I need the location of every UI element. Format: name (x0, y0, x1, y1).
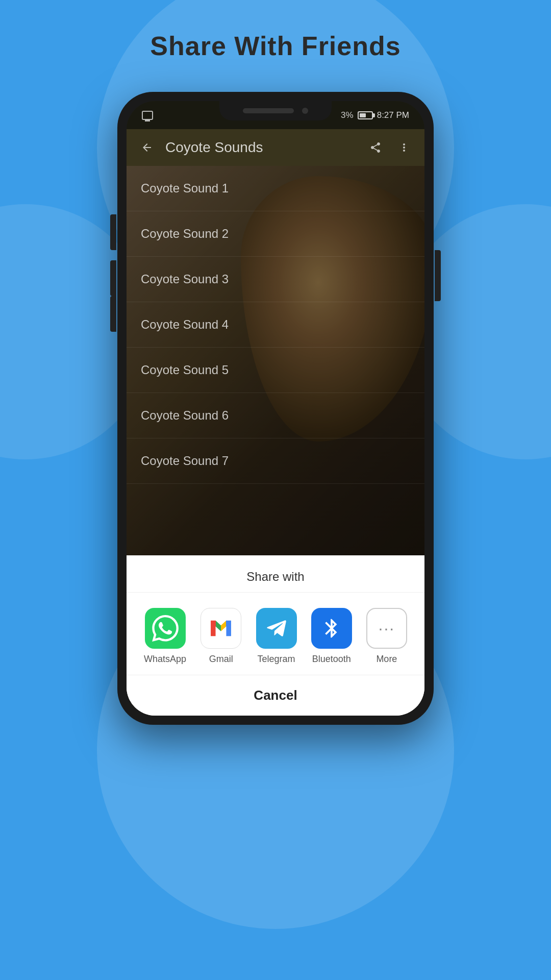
sound-list-item-4[interactable]: Coyote Sound 4 (127, 302, 424, 348)
sound-list-item-2[interactable]: Coyote Sound 2 (127, 211, 424, 257)
toolbar-title: Coyote Sounds (165, 139, 357, 156)
whatsapp-icon-bg (145, 608, 186, 649)
bluetooth-label: Bluetooth (312, 654, 351, 665)
battery-icon (358, 111, 373, 119)
share-icon (369, 141, 382, 154)
more-options-button[interactable] (394, 137, 414, 158)
notch-pill (243, 108, 294, 113)
share-bluetooth-item[interactable]: Bluetooth (311, 608, 352, 665)
share-telegram-item[interactable]: Telegram (256, 608, 297, 665)
share-apps-row: WhatsApp (127, 593, 424, 675)
telegram-icon-bg (256, 608, 297, 649)
phone-screen: 3% 8:27 PM Coyote Sounds (127, 101, 424, 716)
whatsapp-icon (152, 615, 179, 642)
sound-item-label-3: Coyote Sound 3 (141, 272, 229, 286)
share-gmail-item[interactable]: Gmail (201, 608, 241, 665)
battery-fill (360, 113, 366, 117)
more-dots-icon: ··· (379, 619, 395, 638)
back-arrow-icon (141, 141, 153, 154)
sound-list-item-6[interactable]: Coyote Sound 6 (127, 393, 424, 438)
sound-item-label-4: Coyote Sound 4 (141, 317, 229, 331)
sound-list-item-7[interactable]: Coyote Sound 7 (127, 438, 424, 484)
sound-list-item-1[interactable]: Coyote Sound 1 (127, 166, 424, 211)
battery-percent-text: 3% (341, 110, 354, 120)
more-icon-bg: ··· (366, 608, 407, 649)
more-label: More (376, 654, 397, 665)
app-toolbar: Coyote Sounds (127, 129, 424, 166)
share-with-title: Share with (127, 555, 424, 593)
sound-item-label-1: Coyote Sound 1 (141, 181, 229, 195)
sound-list-item-3[interactable]: Coyote Sound 3 (127, 257, 424, 302)
status-bar-left (142, 111, 153, 120)
sound-item-label-5: Coyote Sound 5 (141, 363, 229, 377)
share-button[interactable] (365, 137, 386, 158)
photo-icon (142, 111, 153, 120)
sound-item-label-6: Coyote Sound 6 (141, 408, 229, 422)
page-title: Share With Friends (150, 31, 400, 61)
share-more-item[interactable]: ··· More (366, 608, 407, 665)
sound-list-area: Coyote Sound 1Coyote Sound 2Coyote Sound… (127, 166, 424, 716)
telegram-label: Telegram (258, 654, 295, 665)
notch-camera-dot (302, 108, 308, 114)
sound-list-item-5[interactable]: Coyote Sound 5 (127, 348, 424, 393)
bluetooth-icon (320, 617, 343, 640)
telegram-icon (264, 616, 289, 641)
notch (219, 101, 332, 120)
more-vert-icon (398, 141, 410, 154)
gmail-icon-bg (201, 608, 241, 649)
status-time: 8:27 PM (377, 110, 409, 120)
status-bar: 3% 8:27 PM (127, 101, 424, 129)
share-whatsapp-item[interactable]: WhatsApp (144, 608, 186, 665)
bluetooth-icon-bg (311, 608, 352, 649)
sound-item-label-7: Coyote Sound 7 (141, 454, 229, 468)
phone-mockup: 3% 8:27 PM Coyote Sounds (117, 92, 434, 725)
sound-item-label-2: Coyote Sound 2 (141, 227, 229, 240)
status-bar-right: 3% 8:27 PM (341, 110, 409, 120)
gmail-label: Gmail (209, 654, 233, 665)
whatsapp-label: WhatsApp (144, 654, 186, 665)
back-button[interactable] (137, 137, 157, 158)
gmail-m-icon (208, 619, 234, 638)
share-sheet: Share with WhatsApp (127, 555, 424, 716)
cancel-button[interactable]: Cancel (127, 675, 424, 716)
